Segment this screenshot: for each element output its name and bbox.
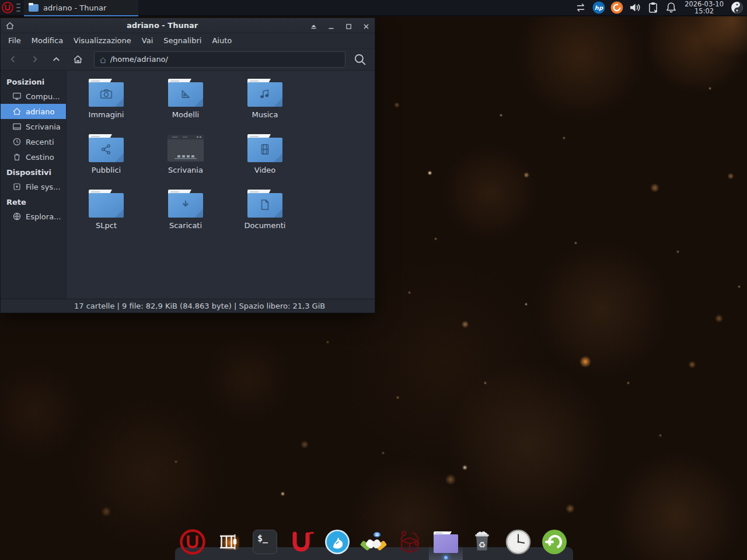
window-titlebar[interactable]: adriano - Thunar	[1, 18, 375, 33]
network-icon	[12, 212, 22, 221]
file-manager-icon[interactable]	[432, 528, 460, 556]
path-input[interactable]	[110, 55, 340, 64]
purple-folder-icon	[432, 531, 459, 553]
folder-icon	[167, 190, 204, 218]
film-emblem-icon	[258, 142, 272, 156]
menu-vai[interactable]: Vai	[137, 34, 158, 47]
folder-icon	[247, 190, 283, 218]
file-item-musica[interactable]: Musica	[236, 79, 294, 134]
folder-icon	[88, 79, 124, 107]
update-notifier-icon[interactable]	[610, 1, 623, 14]
up-button[interactable]	[50, 52, 64, 66]
file-label: SLpct	[96, 221, 117, 230]
desktop-icon	[12, 122, 22, 131]
sidebar-item-desktop[interactable]: Scrivania	[1, 119, 66, 134]
handshake-app-icon[interactable]	[359, 528, 388, 556]
file-item-documenti[interactable]: Documenti	[236, 190, 294, 245]
file-item-pubblici[interactable]: Pubblici	[77, 134, 135, 190]
status-text: 17 cartelle | 9 file: 82,9 KiB (84.863 b…	[74, 302, 325, 310]
taskbar-window-button[interactable]: adriano - Thunar	[24, 0, 138, 16]
file-item-modelli[interactable]: Modelli	[156, 79, 215, 134]
menubar: FileModificaVisualizzazioneVaiSegnalibri…	[1, 33, 375, 48]
file-item-immagini[interactable]: Immagini	[77, 79, 135, 134]
power-logout-icon[interactable]	[540, 528, 568, 556]
file-item-scrivania[interactable]: Scrivania	[156, 134, 215, 190]
path-home-icon	[99, 55, 107, 63]
sidebar-item-home-adriano[interactable]: adriano	[1, 104, 66, 119]
folder-icon	[247, 79, 283, 107]
file-label: Scaricati	[169, 221, 202, 230]
file-label: Pubblici	[92, 166, 121, 174]
forward-button[interactable]	[28, 52, 42, 66]
file-label: Modelli	[172, 110, 199, 119]
file-label: Immagini	[89, 110, 124, 119]
search-button[interactable]	[351, 51, 369, 68]
panel-grip-handle[interactable]	[16, 4, 20, 12]
dock: $_♻	[179, 528, 568, 556]
office-u-icon[interactable]	[287, 528, 315, 556]
volume-icon[interactable]	[629, 1, 641, 14]
music-emblem-icon	[258, 87, 272, 101]
desktop-window-icon	[167, 134, 204, 162]
sidebar-item-trash[interactable]: Cestino	[1, 149, 66, 164]
sidebar-item-filesystem[interactable]: File sys...	[1, 179, 66, 194]
shade-button[interactable]	[310, 22, 317, 29]
back-button[interactable]	[6, 52, 20, 66]
menu-modifica[interactable]: Modifica	[26, 34, 68, 47]
menu-segnalibri[interactable]: Segnalibri	[158, 34, 207, 47]
browser-wolf-icon[interactable]	[323, 528, 351, 556]
drive-icon	[12, 182, 22, 191]
folder-icon	[247, 134, 283, 162]
maximize-button[interactable]	[345, 22, 352, 29]
hp-device-icon[interactable]: hp	[592, 1, 605, 14]
menu-visualizzazione[interactable]: Visualizzazione	[68, 34, 137, 47]
clock-app-icon[interactable]	[504, 528, 532, 556]
path-bar[interactable]	[94, 51, 345, 68]
panel-settings-icon[interactable]	[215, 528, 243, 556]
menu-file[interactable]: File	[3, 34, 26, 47]
home-button[interactable]	[71, 52, 85, 66]
sidebar-item-recent[interactable]: Recenti	[1, 134, 66, 149]
file-label: Video	[254, 166, 275, 174]
document-emblem-icon	[258, 198, 272, 212]
minimize-button[interactable]	[327, 22, 335, 29]
recent-icon	[12, 137, 22, 146]
sidebar-header-rete: Rete	[1, 194, 66, 209]
file-label: Musica	[252, 110, 278, 119]
distro-menu-icon[interactable]	[179, 528, 207, 556]
terminal-glyph: $_	[253, 530, 277, 554]
folder-icon	[88, 134, 124, 162]
sidebar-header-posizioni: Posizioni	[1, 74, 66, 89]
share-emblem-icon	[99, 142, 113, 156]
template-emblem-icon	[179, 87, 193, 101]
panel-clock[interactable]: 2026-03-1015:02	[683, 1, 725, 15]
terminal-icon[interactable]: $_	[251, 528, 279, 556]
trash-icon[interactable]: ♻	[468, 528, 496, 556]
workspace-swap-icon[interactable]	[574, 1, 587, 14]
sidebar-item-computer[interactable]: Compu...	[1, 89, 66, 104]
file-item-video[interactable]: Video	[236, 134, 294, 190]
system-tray: hp2026-03-1015:02	[574, 1, 747, 15]
computer-icon	[12, 92, 22, 101]
window-title: adriano - Thunar	[15, 21, 310, 30]
desktop: adriano - Thunar hp2026-03-1015:02 adria…	[0, 0, 747, 560]
sidebar-item-network-browse[interactable]: Esplora...	[1, 209, 66, 224]
thunar-window: adriano - Thunar FileModificaVisualizzaz…	[0, 18, 375, 313]
file-label: Documenti	[245, 221, 286, 230]
notifications-bell-icon[interactable]	[665, 1, 678, 14]
toolbox-icon[interactable]	[396, 528, 424, 556]
folder-icon	[29, 4, 39, 12]
clipboard-icon[interactable]	[647, 1, 659, 14]
file-label: Scrivania	[168, 166, 203, 174]
close-button[interactable]	[362, 22, 370, 29]
menu-aiuto[interactable]: Aiuto	[207, 34, 237, 47]
distro-logo-icon[interactable]	[1, 1, 14, 14]
yinyang-icon[interactable]	[731, 1, 743, 14]
home-icon	[12, 107, 22, 116]
sidebar-header-dispositivi: Dispositivi	[1, 164, 66, 179]
window-home-icon	[5, 21, 15, 30]
file-item-scaricati[interactable]: Scaricati	[156, 190, 215, 245]
file-item-slpct[interactable]: SLpct	[77, 190, 135, 245]
camera-emblem-icon	[99, 87, 113, 101]
trash-icon	[12, 152, 22, 162]
